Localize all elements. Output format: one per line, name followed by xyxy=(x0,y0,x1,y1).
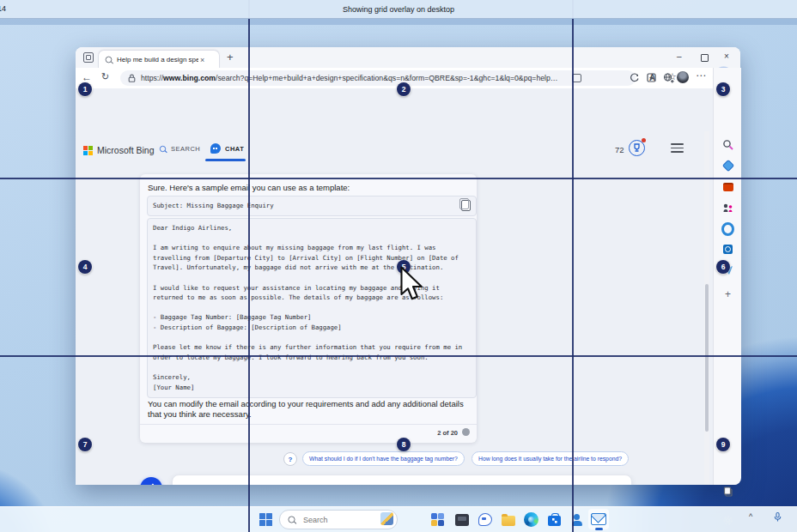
taskbar-widgets-icon[interactable] xyxy=(429,511,446,528)
tab-favicon-search-icon xyxy=(106,57,113,63)
sidebar-add-icon[interactable]: + xyxy=(721,287,734,300)
ask-input[interactable] xyxy=(197,481,458,485)
sidebar-shopping-icon[interactable] xyxy=(721,159,734,172)
sidebar-copilot-pages-icon[interactable] xyxy=(721,485,734,498)
back-button[interactable]: ← xyxy=(82,71,92,83)
copy-icon[interactable] xyxy=(461,200,471,211)
sidebar-designer-icon[interactable] xyxy=(721,222,734,235)
browser-tab[interactable]: Help me build a design specifica × xyxy=(98,50,220,69)
ms-logo-square-yellow xyxy=(88,151,93,155)
profile-avatar[interactable] xyxy=(677,71,689,83)
overlay-banner: Showing grid overlay on desktop xyxy=(0,0,797,19)
taskbar-store-icon[interactable] xyxy=(546,511,563,528)
sidebar-games-icon[interactable] xyxy=(721,202,734,215)
window-maximize-button[interactable] xyxy=(701,54,709,62)
address-bar[interactable]: https://www.bing.com/search?q=Help+me+bu… xyxy=(120,70,636,86)
tray-microphone-icon[interactable] xyxy=(773,511,782,523)
search-tab-icon xyxy=(160,146,166,152)
chat-tab-icon xyxy=(210,143,221,154)
refresh-button[interactable]: ↻ xyxy=(101,71,109,82)
window-minimize-button[interactable]: – xyxy=(677,51,682,61)
taskbar-search-box[interactable] xyxy=(279,510,398,529)
sidebar-outlook-icon[interactable] xyxy=(721,243,734,256)
hamburger-menu-icon[interactable] xyxy=(671,143,684,153)
tray-chevron-up-icon[interactable]: ^ xyxy=(749,512,752,521)
taskbar-file-explorer-icon[interactable] xyxy=(500,511,516,528)
workspaces-icon[interactable] xyxy=(83,52,94,63)
tab-close-icon[interactable]: × xyxy=(200,56,204,64)
tab-title: Help me build a design specifica xyxy=(117,56,198,63)
email-code-block: Dear Indigo Airlines, I am writing to en… xyxy=(147,218,477,398)
browser-toolbar: ← ↻ https://www.bing.com/search?q=Help+m… xyxy=(76,68,740,89)
screen: Help me build a design specifica × + – ×… xyxy=(0,0,797,532)
taskbar-chat-icon[interactable] xyxy=(477,511,493,528)
card-divider xyxy=(140,424,477,425)
browser-essentials-icon[interactable] xyxy=(629,72,640,83)
chat-answer-card: Sure. Here's a sample email you can use … xyxy=(140,174,477,443)
overlay-banner-text: Showing grid overlay on desktop xyxy=(343,5,454,14)
chat-tab-label: CHAT xyxy=(225,145,244,153)
url-text: https://www.bing.com/search?q=Help+me+bu… xyxy=(141,74,570,82)
tab-search[interactable]: SEARCH xyxy=(159,145,200,153)
chat-tab-active-underline xyxy=(205,159,246,161)
ms-logo-square-green xyxy=(88,146,93,150)
taskbar-edge-icon[interactable] xyxy=(523,511,539,528)
collections-icon[interactable] xyxy=(646,72,657,83)
wallpaper-band xyxy=(0,18,797,25)
rewards-notification-dot xyxy=(642,138,646,142)
new-topic-broom-button[interactable] xyxy=(140,477,162,485)
search-tab-label: SEARCH xyxy=(171,145,200,153)
suggestion-pill-1[interactable]: What should I do if I don't have the bag… xyxy=(302,451,465,466)
tab-chat[interactable]: CHAT xyxy=(210,143,244,154)
rewards-points: 72 xyxy=(615,145,624,154)
tab-strip: Help me build a design specifica × + – × xyxy=(76,47,740,68)
taskbar-search-input[interactable] xyxy=(301,515,374,525)
overlay-corner-label: 14 xyxy=(0,4,6,13)
mouse-cursor xyxy=(398,266,428,302)
answer-intro-text: Sure. Here's a sample email you can use … xyxy=(148,183,350,192)
search-box-daily-image xyxy=(380,512,393,525)
lock-icon xyxy=(128,74,136,82)
ms-logo-square-red xyxy=(83,146,88,150)
save-page-icon[interactable] xyxy=(572,74,581,82)
suggestion-question-icon: ? xyxy=(283,452,297,466)
settings-more-icon[interactable]: ⋯ xyxy=(696,70,707,82)
answer-outro-text: You can modify the email according to yo… xyxy=(148,399,469,419)
taskbar-taskview-icon[interactable] xyxy=(453,511,470,528)
broom-icon xyxy=(145,482,157,485)
sidebar-drop-icon[interactable] xyxy=(721,263,734,276)
new-tab-button[interactable]: + xyxy=(227,51,234,63)
taskbar-mail-icon-active[interactable] xyxy=(588,509,609,529)
sidebar-toolbox-icon[interactable] xyxy=(721,180,734,193)
taskbar xyxy=(0,506,797,532)
chat-input-box[interactable]: 0/2000 xyxy=(172,475,632,485)
page-scrollbar-thumb[interactable] xyxy=(705,284,709,432)
subject-code-text: Subject: Missing Baggage Enquiry xyxy=(153,202,274,209)
turn-counter: 2 of 20 xyxy=(437,429,458,437)
ms-logo-square-blue xyxy=(83,151,88,155)
start-button[interactable] xyxy=(258,511,274,528)
bing-brand[interactable]: Microsoft Bing xyxy=(97,145,155,155)
microsoft-logo xyxy=(83,146,93,155)
suggestion-pill-2[interactable]: How long does it usually take for the ai… xyxy=(472,451,629,466)
edge-sidebar: + xyxy=(713,68,741,485)
taskbar-search-icon xyxy=(288,516,295,523)
window-close-button[interactable]: × xyxy=(724,51,729,61)
taskbar-active-indicator xyxy=(595,528,603,530)
subject-code-block: Subject: Missing Baggage Enquiry xyxy=(147,196,477,216)
taskbar-people-icon[interactable] xyxy=(569,511,585,528)
web-capture-globe-icon[interactable] xyxy=(663,72,674,83)
bing-chat-page: Microsoft Bing SEARCH CHAT 72 Sure. Here… xyxy=(76,88,713,485)
sidebar-search-icon[interactable] xyxy=(721,138,734,151)
read-aloud-dot-icon[interactable] xyxy=(462,428,470,436)
